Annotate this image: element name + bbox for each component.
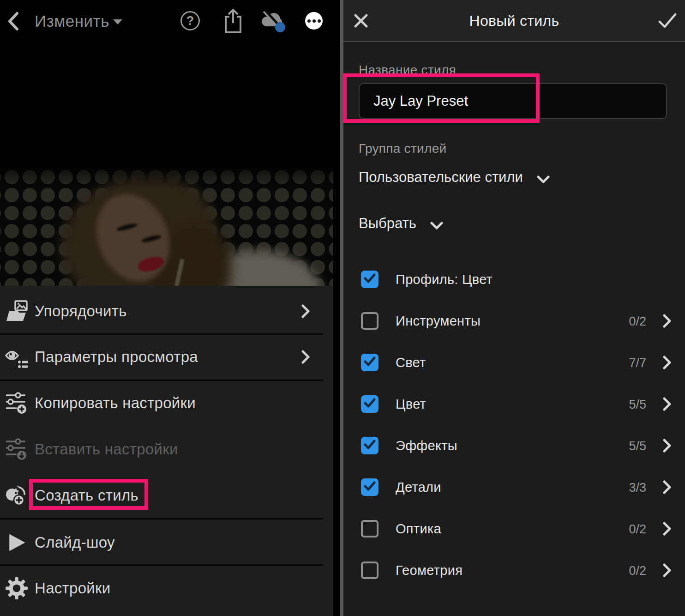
chevron-right-icon (662, 314, 672, 330)
option-label: Свет (396, 355, 426, 370)
menu-item-paste-settings: Вставить настройки (0, 426, 333, 472)
menu-item-label: Создать стиль (35, 487, 138, 504)
chevron-right-icon (662, 480, 672, 496)
check-icon (364, 440, 376, 452)
cloud-sync-button[interactable] (259, 7, 287, 36)
select-label: Выбрать (359, 215, 416, 232)
option-label: Детали (396, 480, 441, 495)
photo-top-fade (0, 167, 333, 188)
chevron-right-icon (301, 304, 310, 320)
view-options-icon (4, 344, 30, 370)
option-row-details[interactable]: Детали 3/3 (343, 466, 685, 508)
menu-item-copy-settings[interactable]: Копировать настройки (0, 380, 333, 426)
option-count: 0/2 (577, 522, 646, 537)
help-button[interactable]: ? (180, 11, 200, 30)
check-icon (364, 273, 376, 285)
preset-name-value: Jay Lay Preset (373, 93, 468, 109)
preset-name-input[interactable]: Jay Lay Preset (359, 83, 667, 119)
edit-screen: Изменить ? (0, 0, 333, 616)
option-row-geometry[interactable]: Геометрия 0/2 (343, 550, 685, 591)
option-label: Профиль: Цвет (396, 272, 493, 287)
copy-settings-icon (4, 390, 30, 416)
panel-separator (340, 0, 343, 616)
chevron-right-icon (662, 397, 672, 413)
option-row-light[interactable]: Свет 7/7 (343, 342, 685, 383)
option-count: 0/2 (577, 314, 646, 329)
option-row-tools[interactable]: Инструменты 0/2 (343, 300, 685, 342)
option-count: 3/3 (577, 481, 646, 495)
menu-item-view-options[interactable]: Параметры просмотра (0, 334, 333, 380)
option-label: Оптика (396, 521, 441, 537)
create-preset-icon (4, 483, 30, 508)
confirm-button[interactable] (658, 13, 677, 29)
more-menu-button[interactable] (305, 12, 323, 30)
menu-item-label: Слайд-шоу (35, 534, 115, 551)
back-button[interactable] (6, 12, 20, 31)
slideshow-icon (4, 530, 30, 556)
option-count: 7/7 (577, 356, 646, 370)
edit-header: Изменить ? (0, 0, 333, 42)
share-icon (222, 28, 244, 36)
menu-item-settings[interactable]: Настройки (0, 565, 333, 611)
chevron-right-icon (301, 350, 310, 366)
menu-item-label: Настройки (35, 580, 111, 597)
app-screen: Изменить ? (0, 0, 685, 616)
chevron-right-icon (662, 439, 672, 454)
chevron-right-icon (662, 563, 672, 579)
option-row-color[interactable]: Цвет 5/5 (343, 383, 685, 425)
preset-name-label: Название стиля (359, 63, 456, 78)
checkbox-checked[interactable] (361, 478, 379, 496)
menu-item-create-preset[interactable]: Создать стиль (0, 472, 333, 519)
option-count: 5/5 (577, 398, 646, 412)
option-row-effects[interactable]: Эффекты 5/5 (343, 425, 685, 466)
menu-item-label: Параметры просмотра (35, 348, 198, 366)
edit-mode-dropdown[interactable]: Изменить (35, 12, 109, 30)
checkbox-unchecked[interactable] (361, 520, 379, 537)
new-preset-panel: Новый стиль Название стиля Jay Lay Prese… (343, 0, 685, 616)
option-count: 5/5 (577, 439, 646, 453)
settings-gear-icon (4, 575, 30, 601)
check-icon (658, 22, 677, 30)
paste-settings-icon (4, 436, 30, 462)
option-label: Геометрия (396, 563, 463, 578)
menu-item-organize[interactable]: Упорядочить (0, 288, 333, 334)
checkbox-unchecked[interactable] (361, 312, 379, 330)
help-icon: ? (186, 14, 194, 28)
check-icon (364, 481, 376, 493)
option-label: Инструменты (396, 314, 481, 329)
option-label: Эффекты (396, 438, 457, 453)
option-row-optics[interactable]: Оптика 0/2 (343, 508, 685, 550)
menu-item-label: Упорядочить (35, 302, 127, 320)
chevron-down-icon (430, 217, 443, 233)
chevron-right-icon (662, 356, 672, 371)
chevron-right-icon (662, 522, 672, 537)
preset-group-value: Пользовательские стили (359, 169, 523, 186)
checkbox-unchecked[interactable] (361, 562, 379, 579)
option-count: 0/2 (577, 564, 646, 578)
checkbox-checked[interactable] (361, 354, 379, 371)
panel-title: Новый стиль (343, 12, 685, 30)
menu-item-label: Копировать настройки (35, 394, 196, 412)
caret-down-icon (113, 18, 123, 27)
chevron-down-icon (537, 170, 550, 187)
option-label: Цвет (396, 397, 426, 412)
new-preset-header: Новый стиль (343, 0, 685, 42)
photo-preview (0, 167, 333, 286)
option-row-profile: Профиль: Цвет (343, 259, 685, 300)
cloud-off-sync-icon (259, 28, 287, 36)
checkbox-checked[interactable] (361, 437, 379, 454)
ellipsis-icon (307, 19, 321, 23)
chevron-left-icon (6, 24, 19, 32)
select-dropdown[interactable]: Выбрать (359, 214, 443, 233)
preset-group-label: Группа стилей (359, 141, 446, 156)
preset-group-dropdown[interactable]: Пользовательские стили (359, 168, 550, 187)
checkbox-checked[interactable] (361, 271, 379, 288)
organize-icon (4, 298, 30, 324)
checkbox-checked[interactable] (361, 395, 379, 413)
check-icon (364, 398, 376, 410)
check-icon (364, 356, 376, 368)
share-button[interactable] (222, 7, 244, 36)
menu-item-slideshow[interactable]: Слайд-шоу (0, 519, 333, 566)
menu-item-label: Вставить настройки (35, 441, 178, 458)
